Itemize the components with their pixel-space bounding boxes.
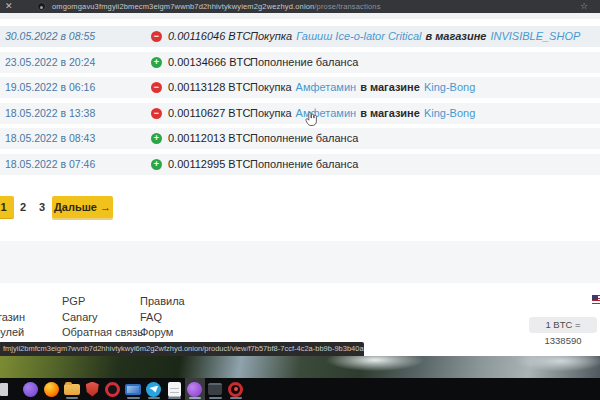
transaction-amount: 0.00113128 BTC [168,77,250,98]
footer-column-security: PGP Canary Обратная связь [62,294,143,341]
transaction-action: Покупка [250,103,292,124]
table-row[interactable]: 19.05.2022 в 06:16 − 0.00113128 BTC Поку… [0,77,600,98]
btc-rate-badge: 1 BTC = 1338590 [529,317,597,333]
notes-icon [168,382,181,397]
taskbar-icon-purple-app[interactable] [21,378,42,400]
transaction-description: Пополнение баланса [250,154,358,175]
footer-link-shops[interactable]: Магазины [0,294,25,310]
footer-link-rules[interactable]: Правила [140,294,185,310]
footer-link-pgp[interactable]: PGP [62,294,143,310]
url-path: /prose/transactions [314,2,380,11]
transaction-action: Пополнение баланса [250,154,358,175]
transaction-date-link[interactable]: 23.05.2022 в 20:24 [5,52,95,73]
table-row[interactable]: 30.05.2022 в 08:55 − 0.00116046 BTC Поку… [0,26,600,47]
file-explorer-icon [64,384,80,395]
taskbar-icon-opera[interactable] [103,378,124,400]
footer-link-patrols[interactable]: Работа патрулей [0,325,25,341]
opera-icon [105,382,120,397]
transaction-amount: 0.00116046 BTC [168,26,250,47]
desktop-wallpaper [0,356,600,378]
pagination-page-3[interactable]: 3 [35,196,49,218]
transaction-date-link[interactable]: 19.05.2022 в 06:16 [5,77,95,98]
terminal-icon [208,383,222,395]
shop-preposition: в магазине [360,77,420,98]
link-preview-statusbar: fmjyii2bmfcm3eigm7wvnb7d2hhivtykwyi6m2g2… [0,342,364,356]
page-top-strip [0,13,600,19]
close-icon[interactable]: ✕ [5,0,13,13]
url-domain: omgomgavu3fmgyii2bmecm3eigm7wwnb7d2hhivt… [52,2,314,11]
taskbar-icon-recorder[interactable] [226,378,247,400]
plus-icon: + [151,57,162,68]
footer-link-canary[interactable]: Canary [62,310,143,326]
pagination-next-button[interactable]: Дальше → [52,196,113,218]
screen-recorder-icon [228,382,243,397]
telegram-icon [146,382,161,397]
footer-band [0,241,600,283]
url-text[interactable]: omgomgavu3fmgyii2bmecm3eigm7wwnb7d2hhivt… [52,0,381,13]
transaction-action: Пополнение баланса [250,52,358,73]
windows-taskbar [0,378,600,400]
site-info-icon[interactable] [37,2,46,11]
transaction-date-link[interactable]: 30.05.2022 в 08:55 [5,26,95,47]
transaction-action: Пополнение баланса [250,128,358,149]
table-row[interactable]: 18.05.2022 в 13:38 − 0.00110627 BTC Поку… [0,103,600,124]
table-row[interactable]: 18.05.2022 в 07:46 + 0.00112995 BTC Попо… [0,154,600,175]
taskbar-icon-telegram[interactable] [144,378,165,400]
footer-link-feedback[interactable]: Обратная связь [62,325,143,341]
bookmark-star-icon[interactable]: ☆ [580,0,588,13]
plus-icon: + [151,133,162,144]
transaction-description: Покупка Амфетамин в магазине King-Bong [250,103,475,124]
minus-icon: − [151,82,162,93]
shop-link[interactable]: King-Bong [424,77,475,98]
product-link[interactable]: Гашиш Ice-o-lator Critical [296,26,421,47]
footer-link-open-shop[interactable]: Открыть магазин [0,310,25,326]
transactions-table: 30.05.2022 в 08:55 − 0.00116046 BTC Поку… [0,26,600,179]
taskbar-icon-partial-app[interactable] [0,378,21,400]
pagination-page-1[interactable]: 1 [0,196,14,218]
purple-app-icon [23,382,38,397]
transaction-description: Покупка Гашиш Ice-o-lator Critical в маг… [250,26,580,47]
minus-icon: − [151,108,162,119]
transaction-amount: 0.00112995 BTC [168,154,250,175]
shop-link[interactable]: King-Bong [424,103,475,124]
taskbar-icon-display[interactable] [123,378,144,400]
transaction-amount: 0.00112013 BTC [168,128,250,149]
transaction-amount: 0.00110627 BTC [168,103,250,124]
shop-link[interactable]: INVISIBLE_SHOP [490,26,580,47]
shop-preposition: в магазине [426,26,487,47]
transaction-action: Покупка [250,26,292,47]
partial-app-icon [0,383,8,396]
display-icon [125,384,141,395]
pagination-page-2[interactable]: 2 [16,196,30,218]
transaction-date-link[interactable]: 18.05.2022 в 08:43 [5,128,95,149]
active-purple-app-icon [187,382,202,397]
transaction-date-link[interactable]: 18.05.2022 в 13:38 [5,103,95,124]
plus-icon: + [151,159,162,170]
transaction-amount: 0.00134666 BTC [168,52,251,73]
language-flag-icon[interactable] [592,295,600,304]
browser-address-bar[interactable]: ✕ omgomgavu3fmgyii2bmecm3eigm7wwnb7d2hhi… [0,0,600,13]
firefox-icon [44,382,59,397]
transaction-date-link[interactable]: 18.05.2022 в 07:46 [5,154,95,175]
taskbar-icon-terminal[interactable] [205,378,226,400]
transaction-description: Пополнение баланса [250,52,358,73]
hand-cursor-icon [305,111,318,127]
footer-column-info: Правила FAQ Форум [140,294,185,341]
taskbar-icon-shield[interactable] [82,378,103,400]
minus-icon: − [151,31,162,42]
taskbar-icon-notes[interactable] [164,378,185,400]
table-row[interactable]: 18.05.2022 в 08:43 + 0.00112013 BTC Попо… [0,128,600,149]
transaction-description: Покупка Амфетамин в магазине King-Bong [250,77,475,98]
footer-link-faq[interactable]: FAQ [140,310,185,326]
taskbar-icon-file-explorer[interactable] [62,378,83,400]
transaction-description: Пополнение баланса [250,128,358,149]
footer-link-forum[interactable]: Форум [140,325,185,341]
taskbar-icon-active-app[interactable] [185,378,206,400]
taskbar-icon-firefox[interactable] [41,378,62,400]
table-row[interactable]: 23.05.2022 в 20:24 + 0.00134666 BTC Попо… [0,52,600,73]
footer-column-shops: Магазины Открыть магазин Работа патрулей [0,294,25,341]
product-link[interactable]: Амфетамин [296,77,357,98]
security-shield-icon [86,382,99,397]
shop-preposition: в магазине [360,103,420,124]
transaction-action: Покупка [250,77,292,98]
